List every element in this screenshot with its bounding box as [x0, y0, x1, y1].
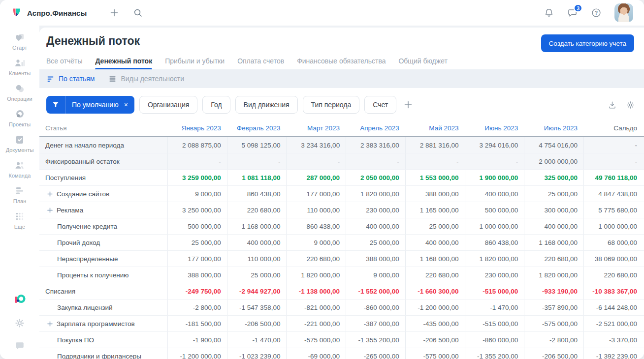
row-label[interactable]: Денег на начало периода	[39, 137, 167, 153]
messages-chat-icon[interactable]: 3	[567, 7, 578, 18]
row-label[interactable]: Списания	[39, 283, 167, 299]
row-label-text: Прочий доход	[57, 239, 100, 246]
sidebar-item-projects[interactable]: Проекты	[2, 108, 37, 127]
report-tabs: Все отчётыДенежный потокПрибыли и убытки…	[39, 52, 644, 69]
row-label[interactable]: Подрядчики и фрилансеры	[39, 348, 167, 359]
view-subtabs: По статьямВиды деятельности	[39, 69, 644, 88]
export-download-icon[interactable]	[608, 100, 617, 110]
table-row: Покупка ПО-1 900,00-1 470,00-575 000,00-…	[39, 332, 644, 348]
row-value: -821 000,00	[286, 299, 346, 315]
projects-icon	[14, 108, 26, 120]
sidebar-item-operations[interactable]: Операции	[2, 83, 37, 102]
create-category-button[interactable]: Создать категорию учета	[541, 34, 634, 52]
brand[interactable]: Аспро.Финансы	[11, 7, 87, 19]
sidebar-item-start[interactable]: Старт	[2, 31, 37, 51]
row-value: 2 881 316,00	[405, 137, 465, 153]
tab-5[interactable]: Общий бюджет	[398, 57, 447, 69]
sidebar-item-clients[interactable]: Клиенты	[2, 57, 37, 76]
sidebar-item-documents[interactable]: Документы	[2, 134, 37, 153]
row-value: 1 168 000,00	[227, 218, 287, 234]
tab-4[interactable]: Финансовые обязательства	[297, 57, 386, 69]
row-value: 1 900 000,00	[465, 170, 524, 185]
row-label[interactable]: Поступления	[39, 170, 167, 185]
more-icon	[14, 210, 26, 222]
plan-icon	[14, 185, 26, 197]
table-settings-gear-icon[interactable]	[626, 100, 635, 110]
row-label[interactable]: Проценты к получению	[39, 267, 167, 283]
cashflow-table: СтатьяЯнварь 2023Февраль 2023Март 2023Ап…	[39, 120, 644, 359]
row-value: -387 000,00	[346, 316, 405, 331]
tab-3[interactable]: Оплата счетов	[237, 57, 284, 69]
row-value: -206 500,00	[227, 316, 287, 331]
row-label[interactable]: Прочий доход	[39, 235, 167, 250]
page-title: Денежный поток	[46, 34, 140, 48]
column-header-month[interactable]: Июль 2023	[524, 120, 583, 136]
row-label[interactable]: Фиксированный остаток	[39, 153, 167, 169]
subtab-1[interactable]: Виды деятельности	[108, 75, 184, 83]
tab-2[interactable]: Прибыли и убытки	[165, 57, 225, 69]
row-value: 220 680,00	[286, 251, 346, 267]
row-label[interactable]: Покупка ПО	[39, 332, 167, 348]
clear-filter-icon[interactable]: ×	[122, 101, 134, 109]
add-filter-icon[interactable]	[403, 100, 413, 110]
column-header-month[interactable]: Февраль 2023	[227, 120, 287, 136]
row-value: 110 000,00	[286, 202, 346, 218]
aspro-app-logo-icon[interactable]	[13, 293, 26, 306]
sidebar-item-team[interactable]: Команда	[2, 159, 37, 179]
filter-pill-4[interactable]: Счет	[364, 96, 396, 114]
row-label[interactable]: Создание сайтов	[39, 186, 167, 202]
column-header-month[interactable]: Апрель 2023	[346, 120, 405, 136]
row-value: 49 760 118,00	[583, 170, 644, 185]
expand-plus-icon[interactable]	[47, 321, 53, 327]
row-label[interactable]: Получение кредита	[39, 218, 167, 234]
row-value: -2 521 000,00	[583, 316, 644, 331]
row-value: -	[167, 153, 227, 169]
column-header-month[interactable]: Май 2023	[405, 120, 465, 136]
filter-pill-3[interactable]: Тип периода	[303, 96, 360, 114]
help-icon[interactable]: ?	[591, 7, 602, 18]
filter-pill-1[interactable]: Год	[202, 96, 230, 114]
row-value: 3 234 316,00	[286, 137, 346, 153]
filter-pill-2[interactable]: Вид движения	[235, 96, 298, 114]
row-value: -515 000,00	[465, 283, 524, 299]
subtab-0[interactable]: По статьям	[46, 75, 95, 83]
column-header-month[interactable]: Март 2023	[286, 120, 346, 136]
main-content: Денежный поток Создать категорию учета В…	[39, 26, 644, 359]
create-plus-button[interactable]	[109, 8, 119, 18]
tab-1[interactable]: Денежный поток	[95, 57, 152, 69]
row-value: 110 000,00	[227, 251, 287, 267]
filter-pill-0[interactable]: Организация	[139, 96, 197, 114]
row-value: 1 820 000,00	[465, 251, 524, 267]
table-row: Получение кредита500 000,001 168 000,008…	[39, 218, 644, 235]
row-value: 400 000,00	[524, 218, 583, 234]
sidebar-item-more[interactable]: Ещё	[2, 210, 37, 230]
table-row: Списания-249 750,00-2 944 927,00-1 138 0…	[39, 283, 644, 299]
row-value: -206 500,00	[524, 348, 583, 359]
tab-0[interactable]: Все отчёты	[46, 57, 82, 69]
column-header-month[interactable]: Июнь 2023	[465, 120, 524, 136]
row-value: -221 000,00	[286, 316, 346, 331]
sidebar-item-plan[interactable]: План	[2, 185, 37, 204]
notifications-bell-icon[interactable]	[544, 7, 554, 18]
table-row: Проценты к получению388 000,0025 000,001…	[39, 267, 644, 283]
row-label[interactable]: Зарплата программистов	[39, 316, 167, 331]
row-value: 1 168 000,00	[405, 251, 465, 267]
row-value: 5 098 125,00	[227, 137, 287, 153]
row-label[interactable]: Реклама	[39, 202, 167, 218]
expand-plus-icon[interactable]	[47, 208, 53, 213]
table-row: Поступления3 259 000,001 081 118,00287 0…	[39, 170, 644, 186]
table-header-row: СтатьяЯнварь 2023Февраль 2023Март 2023Ап…	[39, 120, 644, 137]
row-value: -1 392 239,00	[583, 348, 644, 359]
user-avatar[interactable]	[614, 3, 633, 22]
row-value: 2 088 875,00	[167, 137, 227, 153]
row-label[interactable]: Нераспределенные	[39, 251, 167, 267]
active-filter-pill[interactable]: По умолчанию ×	[46, 96, 134, 114]
column-header-month[interactable]: Январь 2023	[167, 120, 227, 136]
search-icon[interactable]	[133, 8, 143, 18]
support-chat-icon[interactable]	[14, 340, 25, 351]
settings-gear-icon[interactable]	[14, 318, 25, 329]
row-label[interactable]: Закупка лицензий	[39, 299, 167, 315]
expand-plus-icon[interactable]	[47, 191, 53, 197]
row-value: -3 370,00	[583, 332, 644, 348]
row-label-text: Реклама	[57, 207, 83, 214]
